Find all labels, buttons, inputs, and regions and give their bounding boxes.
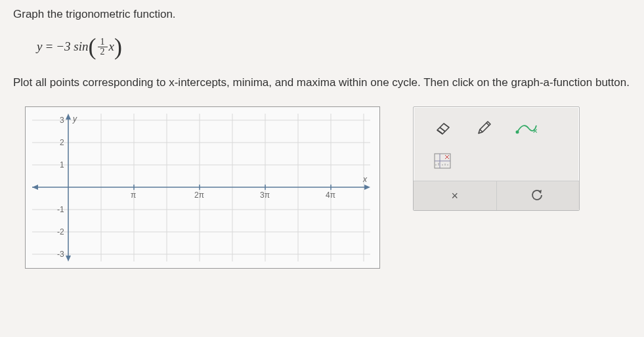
pencil-icon [476, 120, 493, 136]
eraser-icon [433, 121, 452, 135]
y-tick-n3: -3 [57, 250, 64, 259]
formula-eq: = [45, 39, 53, 54]
toolbox: ✕ × [413, 106, 580, 211]
x-tick-2pi: 2π [194, 191, 204, 200]
formula-coef: −3 sin [56, 39, 88, 54]
clear-button[interactable]: × [414, 181, 496, 210]
eraser-tool[interactable] [428, 115, 457, 141]
y-tick-n2: -2 [57, 227, 64, 236]
right-paren: ) [114, 33, 122, 60]
svg-marker-19 [66, 256, 71, 261]
svg-marker-17 [32, 185, 38, 190]
curve-icon: ✕ [515, 120, 538, 136]
tool-row-2 [424, 148, 569, 174]
svg-marker-16 [364, 185, 370, 190]
y-tick-1: 1 [60, 160, 64, 169]
close-icon: × [451, 189, 458, 203]
instruction-text: Plot all points corresponding to x-inter… [13, 76, 631, 89]
x-axis-label: x [362, 175, 368, 184]
curve-tool[interactable]: ✕ [512, 115, 541, 141]
x-tick-4pi: 4π [326, 191, 335, 200]
toolbox-bottom-row: × [414, 181, 579, 210]
x-tick-pi: π [131, 191, 136, 200]
tool-row-1: ✕ [424, 115, 569, 141]
fraction-num: 1 [98, 37, 108, 47]
graph-a-function-button[interactable] [428, 148, 457, 174]
reset-icon [531, 189, 544, 202]
svg-marker-18 [66, 114, 71, 120]
formula-lhs: y [37, 39, 42, 54]
y-axis-label: y [72, 114, 77, 124]
y-tick-2: 2 [60, 138, 64, 147]
question-title: Graph the trigonometric function. [13, 8, 631, 21]
svg-text:✕: ✕ [532, 127, 538, 135]
formula-var: x [109, 39, 114, 54]
graph-panel[interactable]: 3 2 1 -1 -2 -3 π 2π 3π 4π x y [25, 106, 380, 269]
reset-button[interactable] [497, 181, 580, 210]
fraction-den: 2 [98, 47, 108, 56]
y-tick-n1: -1 [57, 205, 64, 214]
fraction: 1 2 [98, 37, 108, 56]
x-tick-3pi: 3π [260, 191, 270, 200]
formula: y = −3 sin ( 1 2 x ) [37, 33, 631, 60]
coordinate-grid[interactable]: 3 2 1 -1 -2 -3 π 2π 3π 4π x y [32, 114, 370, 261]
left-paren: ( [89, 33, 97, 60]
y-tick-3: 3 [60, 116, 64, 125]
svg-point-24 [516, 131, 519, 134]
pencil-tool[interactable] [470, 115, 499, 141]
graph-a-function-icon [433, 152, 452, 169]
workspace: 3 2 1 -1 -2 -3 π 2π 3π 4π x y [13, 106, 631, 269]
